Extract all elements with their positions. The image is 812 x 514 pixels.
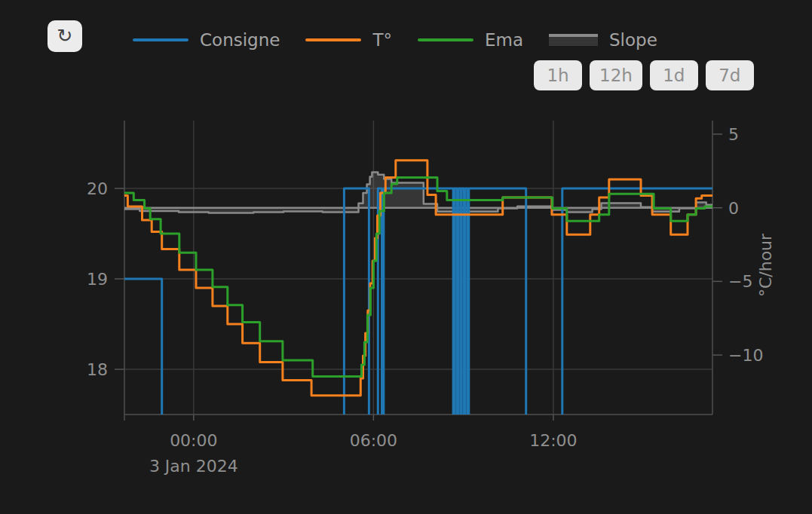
right-axis-tick-label: 0 <box>728 199 739 218</box>
chart-canvas: 18192000:0006:0012:0050−5−103 Jan 2024°C… <box>0 0 812 514</box>
plot-area[interactable] <box>124 121 712 415</box>
left-axis-tick-label: 18 <box>87 360 108 379</box>
x-axis-tick-label: 06:00 <box>350 431 397 450</box>
left-axis-tick-label: 20 <box>87 179 108 198</box>
x-axis-tick-label: 00:00 <box>170 431 217 450</box>
x-axis-tick-label: 12:00 <box>529 431 577 450</box>
right-axis-title: °C/hour <box>756 233 775 297</box>
right-axis-tick-label: −10 <box>728 346 763 365</box>
right-axis-tick-label: −5 <box>728 272 752 291</box>
x-axis-date-label: 3 Jan 2024 <box>149 457 238 476</box>
left-axis-tick-label: 19 <box>87 270 108 289</box>
temperature-dashboard: ↻ Consigne T° Ema Slope 1h 12h 1d 7d 181… <box>0 0 812 514</box>
right-axis-tick-label: 5 <box>728 125 739 144</box>
